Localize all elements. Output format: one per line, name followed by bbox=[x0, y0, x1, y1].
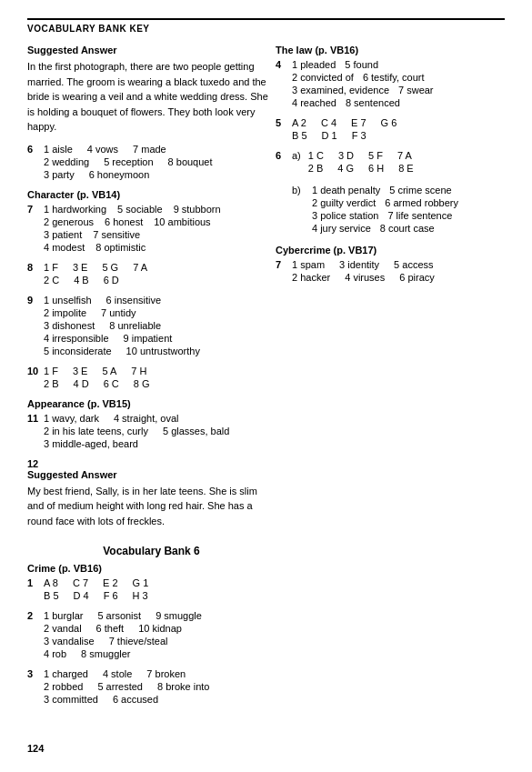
cyber-section-7: 7 1 spam 3 identity 5 access 2 hacker 4 … bbox=[276, 259, 505, 285]
suggested-answer-text-1: In the first photograph, there are two p… bbox=[27, 59, 276, 135]
character-heading: Character (p. VB14) bbox=[27, 189, 276, 200]
section-11: 11 1 wavy, dark 4 straight, oval 2 in hi… bbox=[27, 413, 276, 451]
vocab-bank-title: Vocabulary Bank 6 bbox=[27, 545, 276, 557]
section-6-num: 6 bbox=[27, 144, 44, 155]
crime-section-2: 2 1 burglar 5 arsonist 9 smuggle 2 vanda… bbox=[27, 610, 276, 661]
law-section-6a: 6 a) 1 C 3 D 5 F 7 A 2 B bbox=[276, 150, 505, 177]
suggested-answer-label-1: Suggested Answer bbox=[27, 45, 276, 55]
crime-section-3: 3 1 charged 4 stole 7 broken 2 robbed 5 … bbox=[27, 668, 276, 707]
section-6-item-6: 6 honeymoon bbox=[89, 169, 150, 180]
section-8-num: 8 bbox=[27, 262, 44, 273]
section-6-item-8: 8 bouquet bbox=[168, 156, 213, 167]
section-11-num: 11 bbox=[27, 413, 44, 424]
section-7-num: 7 bbox=[27, 204, 44, 215]
crime-section-1: 1 A 8 C 7 E 2 G 1 B 5 D 4 F 6 H 3 bbox=[27, 577, 276, 603]
section-6-item-4: 4 vows bbox=[87, 144, 118, 155]
section-9: 9 1 unselfish 6 insensitive 2 impolite 7… bbox=[27, 295, 276, 358]
section-6-item-5: 5 reception bbox=[104, 156, 153, 167]
cybercrime-heading: Cybercrime (p. VB17) bbox=[276, 245, 505, 256]
section-7: 7 1 hardworking 5 sociable 9 stubborn 2 … bbox=[27, 204, 276, 255]
crime-heading: Crime (p. VB16) bbox=[27, 563, 276, 574]
suggested-answer-1: Suggested Answer In the first photograph… bbox=[27, 45, 276, 135]
section-6-item-1: 1 aisle bbox=[44, 144, 73, 155]
appearance-heading: Appearance (p. VB15) bbox=[27, 398, 276, 409]
page-number: 124 bbox=[27, 743, 44, 754]
page-header: VOCABULARY BANK KEY bbox=[27, 18, 505, 34]
section-6-item-3: 3 party bbox=[44, 169, 75, 180]
law-section-4: 4 1 pleaded 5 found 2 convicted of 6 tes… bbox=[276, 59, 505, 110]
section-8: 8 1 F 3 E 5 G 7 A 2 C 4 B 6 D bbox=[27, 262, 276, 287]
law-heading: The law (p. VB16) bbox=[276, 45, 505, 55]
section-6: 6 1 aisle 4 vows 7 made 2 wedding 5 rece… bbox=[27, 144, 276, 182]
suggested-answer-label-12: Suggested Answer bbox=[27, 469, 276, 480]
suggested-answer-12: 12 Suggested Answer My best friend, Sall… bbox=[27, 458, 276, 536]
law-section-5: 5 A 2 C 4 E 7 G 6 B 5 D 1 F 3 bbox=[276, 117, 505, 143]
section-10-num: 10 bbox=[27, 366, 44, 376]
section-9-num: 9 bbox=[27, 295, 44, 306]
suggested-answer-text-12: My best friend, Sally, is in her late te… bbox=[27, 484, 276, 529]
section-10: 10 1 F 3 E 5 A 7 H 2 B 4 D 6 C 8 G bbox=[27, 366, 276, 391]
law-section-6b: b) 1 death penalty 5 crime scene 2 guilt… bbox=[292, 185, 505, 236]
section-6-item-2: 2 wedding bbox=[44, 156, 89, 167]
section-6-item-7: 7 made bbox=[133, 144, 166, 155]
